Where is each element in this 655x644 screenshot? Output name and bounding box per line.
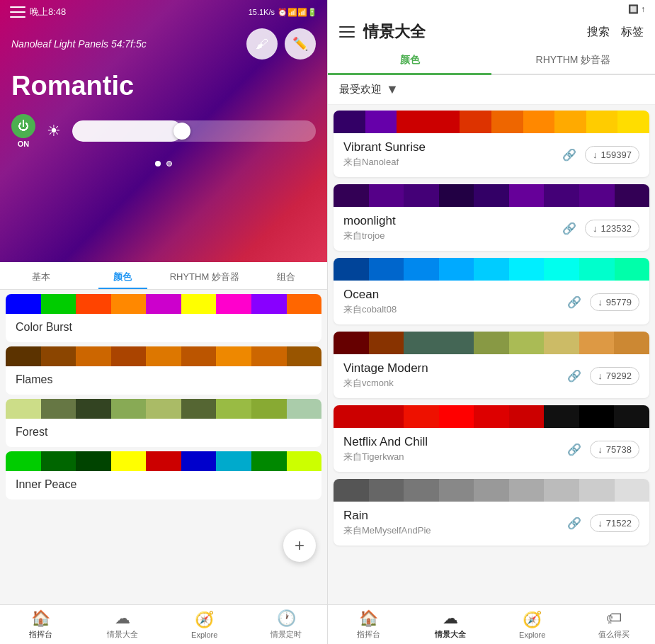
nav-scenes[interactable]: ☁ 情景大全 bbox=[82, 605, 164, 644]
search-button[interactable]: 搜索 bbox=[587, 25, 610, 40]
page-dots bbox=[0, 154, 327, 174]
scene-item-label: Inner Peace bbox=[6, 471, 321, 499]
tab-right-color-label: 颜色 bbox=[400, 54, 420, 65]
share-icon[interactable]: 🔗 bbox=[562, 222, 576, 235]
nav-home[interactable]: 🏠 指挥台 bbox=[0, 605, 82, 644]
list-item[interactable]: Color Burst bbox=[6, 294, 321, 342]
download-icon: ↓ bbox=[593, 223, 598, 234]
scene-card[interactable]: Vintage Modern 来自vcmonk 🔗 ↓ 79292 bbox=[334, 332, 649, 398]
download-icon: ↓ bbox=[593, 149, 598, 160]
card-author: 来自Nanoleaf bbox=[343, 156, 426, 169]
right-actions: 搜索 标签 bbox=[587, 25, 644, 40]
power-button[interactable]: ⏻ ON bbox=[11, 114, 35, 148]
dot-1[interactable] bbox=[155, 161, 161, 166]
vintage-modern-bar bbox=[334, 332, 649, 354]
left-tabs: 基本 颜色 RHYTHM 妙音器 组合 bbox=[0, 262, 327, 290]
right-nav-whatworth[interactable]: 🏷 值么得买 bbox=[574, 605, 656, 644]
tab-right-rhythm[interactable]: RHYTHM 妙音器 bbox=[491, 47, 655, 74]
right-status-icons: 🔲 ↑ bbox=[628, 4, 645, 14]
brightness-icon: ☀ bbox=[47, 122, 61, 140]
brightness-slider[interactable] bbox=[72, 120, 316, 142]
card-info: Vintage Modern 来自vcmonk 🔗 ↓ 79292 bbox=[334, 354, 649, 398]
tab-basic[interactable]: 基本 bbox=[0, 262, 82, 289]
vibrant-sunrise-bar bbox=[334, 111, 649, 133]
right-title: 情景大全 bbox=[363, 21, 426, 43]
card-info: Netflix And Chill 来自Tigerkwan 🔗 ↓ 75738 bbox=[334, 428, 649, 472]
download-button[interactable]: ↓ 159397 bbox=[585, 146, 639, 164]
download-count: 123532 bbox=[601, 223, 632, 234]
right-nav-explore-label: Explore bbox=[519, 631, 545, 639]
right-nav-scenes[interactable]: ☁ 情景大全 bbox=[410, 605, 492, 644]
scene-card[interactable]: Netflix And Chill 来自Tigerkwan 🔗 ↓ 75738 bbox=[334, 405, 649, 472]
card-actions: 🔗 ↓ 71522 bbox=[567, 514, 639, 532]
home-icon: 🏠 bbox=[31, 609, 50, 628]
card-actions: 🔗 ↓ 159397 bbox=[562, 146, 639, 164]
tab-rhythm[interactable]: RHYTHM 妙音器 bbox=[164, 262, 246, 289]
download-button[interactable]: ↓ 95779 bbox=[590, 293, 639, 311]
brush-icon: 🖌 bbox=[256, 37, 268, 52]
list-item[interactable]: Forest bbox=[6, 399, 321, 447]
share-icon[interactable]: 🔗 bbox=[567, 443, 581, 456]
right-bottom-nav: 🏠 指挥台 ☁ 情景大全 🧭 Explore 🏷 值么得买 bbox=[328, 604, 655, 644]
right-tabs: 颜色 RHYTHM 妙音器 bbox=[328, 47, 655, 75]
share-icon[interactable]: 🔗 bbox=[567, 369, 581, 383]
download-count: 79292 bbox=[606, 371, 632, 381]
right-whatworth-icon: 🏷 bbox=[606, 609, 622, 628]
scene-card[interactable]: Rain 来自MeMyselfAndPie 🔗 ↓ 71522 bbox=[334, 479, 649, 546]
device-row: Nanoleaf Light Panels 54:7f:5c 🖌 ✏️ bbox=[0, 21, 327, 67]
right-nav-explore[interactable]: 🧭 Explore bbox=[491, 605, 574, 644]
filter-label: 最受欢迎 bbox=[339, 83, 382, 96]
power-circle[interactable]: ⏻ bbox=[11, 114, 35, 138]
download-button[interactable]: ↓ 71522 bbox=[590, 514, 639, 532]
list-item[interactable]: Inner Peace bbox=[6, 451, 321, 499]
scene-item-label: Flames bbox=[6, 366, 321, 395]
scene-card[interactable]: moonlight 来自trojoe 🔗 ↓ 123532 bbox=[334, 184, 649, 251]
nav-timer[interactable]: 🕐 情景定时 bbox=[246, 605, 328, 644]
dot-2[interactable] bbox=[166, 161, 172, 166]
share-icon[interactable]: 🔗 bbox=[567, 516, 581, 530]
share-icon[interactable]: 🔗 bbox=[567, 295, 581, 309]
netflix-bar bbox=[334, 405, 649, 428]
inner-peace-bar bbox=[6, 451, 321, 471]
download-button[interactable]: ↓ 123532 bbox=[585, 220, 639, 237]
filter-button[interactable]: 最受欢迎 ▼ bbox=[339, 82, 399, 97]
card-actions: 🔗 ↓ 75738 bbox=[567, 441, 639, 458]
menu-icon[interactable] bbox=[10, 6, 25, 18]
timer-icon: 🕐 bbox=[277, 609, 296, 628]
share-icon[interactable]: 🔗 bbox=[562, 148, 576, 162]
brush-button[interactable]: 🖌 bbox=[246, 28, 278, 60]
list-item[interactable]: Flames bbox=[6, 346, 321, 395]
right-nav-home[interactable]: 🏠 指挥台 bbox=[328, 605, 410, 644]
scenes-icon: ☁ bbox=[115, 609, 130, 628]
scene-card[interactable]: Vibrant Sunrise 来自Nanoleaf 🔗 ↓ 159397 bbox=[334, 111, 649, 177]
card-text: Rain 来自MeMyselfAndPie bbox=[343, 509, 431, 537]
nav-timer-label: 情景定时 bbox=[270, 629, 302, 640]
tag-button[interactable]: 标签 bbox=[621, 25, 644, 40]
download-button[interactable]: ↓ 75738 bbox=[590, 441, 639, 458]
card-actions: 🔗 ↓ 79292 bbox=[567, 367, 639, 385]
scenes-scroll: Vibrant Sunrise 来自Nanoleaf 🔗 ↓ 159397 bbox=[328, 105, 655, 604]
nav-explore[interactable]: 🧭 Explore bbox=[164, 605, 246, 644]
card-actions: 🔗 ↓ 95779 bbox=[567, 293, 639, 311]
ocean-bar bbox=[334, 258, 649, 281]
right-header: 情景大全 搜索 标签 bbox=[328, 16, 655, 47]
right-nav-whatworth-label: 值么得买 bbox=[598, 629, 630, 640]
download-icon: ↓ bbox=[598, 444, 603, 455]
right-nav-scenes-label: 情景大全 bbox=[435, 629, 466, 640]
tab-combo[interactable]: 组合 bbox=[246, 262, 328, 289]
tab-color-label: 颜色 bbox=[113, 271, 132, 282]
scene-card[interactable]: Ocean 来自cobalt08 🔗 ↓ 95779 bbox=[334, 258, 649, 324]
left-header: 晚上8:48 15.1K/s ⏰📶📶🔋 Nanoleaf Light Panel… bbox=[0, 0, 327, 262]
card-name: Rain bbox=[343, 509, 431, 523]
download-icon: ↓ bbox=[598, 371, 603, 381]
right-menu-icon[interactable] bbox=[339, 26, 355, 38]
card-info: moonlight 来自trojoe 🔗 ↓ 123532 bbox=[334, 207, 649, 251]
scene-item-label: Color Burst bbox=[6, 314, 321, 342]
download-count: 71522 bbox=[606, 518, 632, 529]
tab-color[interactable]: 颜色 bbox=[82, 262, 164, 289]
tab-right-color[interactable]: 颜色 bbox=[328, 47, 491, 74]
status-right: 15.1K/s ⏰📶📶🔋 bbox=[249, 8, 317, 17]
add-scene-button[interactable]: + bbox=[283, 529, 316, 562]
download-button[interactable]: ↓ 79292 bbox=[590, 367, 639, 385]
edit-button[interactable]: ✏️ bbox=[285, 28, 316, 60]
